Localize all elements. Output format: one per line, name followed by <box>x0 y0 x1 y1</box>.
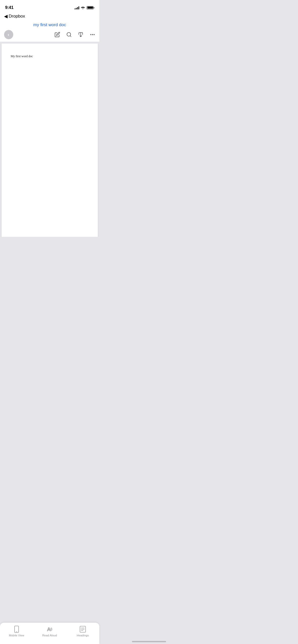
svg-point-5 <box>94 34 94 35</box>
status-bar: 9:41 <box>0 0 99 13</box>
signal-icon <box>75 6 79 9</box>
battery-icon <box>87 6 94 9</box>
document-title: my first word doc <box>33 21 66 29</box>
share-button[interactable] <box>78 32 84 37</box>
document-text: My first word doc <box>11 54 33 58</box>
back-circle-button[interactable]: ‹ <box>4 30 13 39</box>
toolbar: ‹ <box>0 29 99 42</box>
svg-point-4 <box>92 34 93 35</box>
back-label: Dropbox <box>9 14 25 19</box>
wifi-icon <box>81 6 85 9</box>
status-icons <box>75 6 94 9</box>
share-icon <box>78 32 84 37</box>
svg-point-3 <box>90 34 91 35</box>
back-circle-icon: ‹ <box>8 32 9 37</box>
doc-gray-background <box>0 237 99 295</box>
search-icon <box>66 32 72 37</box>
title-bar: my first word doc <box>0 21 99 29</box>
search-button[interactable] <box>66 32 72 37</box>
back-arrow-icon: ◀ <box>4 14 8 19</box>
more-icon <box>90 32 95 37</box>
more-button[interactable] <box>90 32 95 37</box>
svg-line-1 <box>70 36 71 37</box>
edit-button[interactable] <box>55 32 60 37</box>
status-time: 9:41 <box>5 5 13 10</box>
document-area: My first word doc <box>0 42 99 295</box>
document-page: My first word doc <box>2 43 98 237</box>
nav-back: ◀ Dropbox <box>0 13 99 21</box>
back-button[interactable]: ◀ Dropbox <box>4 14 25 19</box>
pencil-icon <box>55 32 60 37</box>
